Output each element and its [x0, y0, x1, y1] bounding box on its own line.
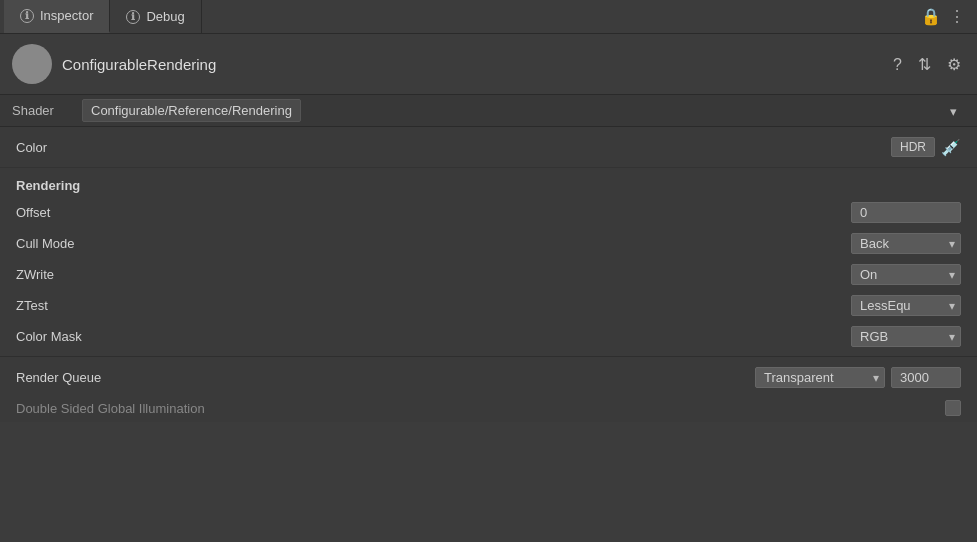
debug-tab-icon: ℹ: [126, 10, 140, 24]
more-icon[interactable]: ⋮: [949, 7, 965, 26]
color-mask-select[interactable]: RGB RGBA R G B A: [851, 326, 961, 347]
ztest-select[interactable]: LessEqu Less Greater Always: [851, 295, 961, 316]
queue-select-wrap: From Shader Geometry AlphaTest Transpare…: [755, 367, 885, 388]
offset-label: Offset: [16, 205, 50, 220]
debug-tab-label: Debug: [146, 9, 184, 24]
double-sided-checkbox[interactable]: [945, 400, 961, 416]
color-mask-label: Color Mask: [16, 329, 82, 344]
shader-row: Shader Configurable/Reference/Rendering: [0, 95, 977, 127]
lock-icon[interactable]: 🔒: [921, 7, 941, 26]
double-sided-row: Double Sided Global Illumination: [0, 394, 977, 422]
shader-select[interactable]: Configurable/Reference/Rendering: [82, 99, 301, 122]
tab-debug[interactable]: ℹ Debug: [110, 0, 201, 33]
color-label: Color: [16, 140, 47, 155]
shader-select-wrap: Configurable/Reference/Rendering: [82, 99, 965, 122]
property-row-zwrite: ZWrite On Off: [0, 259, 977, 290]
hdr-button[interactable]: HDR: [891, 137, 935, 157]
rendering-section-header: Rendering: [0, 168, 977, 197]
queue-number-input[interactable]: [891, 367, 961, 388]
tab-bar: ℹ Inspector ℹ Debug 🔒 ⋮: [0, 0, 977, 34]
ztest-label: ZTest: [16, 298, 48, 313]
render-queue-label: Render Queue: [16, 370, 101, 385]
main-content: Color HDR 💉 Rendering Offset Cull Mode B…: [0, 127, 977, 422]
eyedropper-button[interactable]: 💉: [941, 138, 961, 157]
property-row-offset: Offset: [0, 197, 977, 228]
object-icon: [12, 44, 52, 84]
inspector-tab-label: Inspector: [40, 8, 93, 23]
tab-group: ℹ Inspector ℹ Debug: [4, 0, 202, 33]
offset-input[interactable]: [851, 202, 961, 223]
tab-inspector[interactable]: ℹ Inspector: [4, 0, 110, 33]
render-queue-row: Render Queue From Shader Geometry AlphaT…: [0, 361, 977, 394]
rendering-title: Rendering: [16, 178, 80, 193]
cull-mode-select-wrap: Back Front Off: [851, 233, 961, 254]
shader-label: Shader: [12, 103, 72, 118]
cull-mode-select[interactable]: Back Front Off: [851, 233, 961, 254]
cull-mode-label: Cull Mode: [16, 236, 75, 251]
help-button[interactable]: ?: [889, 53, 906, 75]
property-row-ztest: ZTest LessEqu Less Greater Always: [0, 290, 977, 321]
zwrite-label: ZWrite: [16, 267, 54, 282]
ztest-select-wrap: LessEqu Less Greater Always: [851, 295, 961, 316]
render-queue-controls: From Shader Geometry AlphaTest Transpare…: [755, 367, 961, 388]
object-name: ConfigurableRendering: [62, 56, 216, 73]
header-actions: ? ⇅ ⚙: [889, 53, 965, 76]
adjust-button[interactable]: ⇅: [914, 53, 935, 76]
property-row-cull-mode: Cull Mode Back Front Off: [0, 228, 977, 259]
zwrite-select[interactable]: On Off: [851, 264, 961, 285]
queue-type-select[interactable]: From Shader Geometry AlphaTest Transpare…: [755, 367, 885, 388]
zwrite-select-wrap: On Off: [851, 264, 961, 285]
color-controls: HDR 💉: [891, 137, 961, 157]
settings-button[interactable]: ⚙: [943, 53, 965, 76]
inspector-tab-icon: ℹ: [20, 9, 34, 23]
color-row: Color HDR 💉: [0, 127, 977, 168]
divider: [0, 356, 977, 357]
inspector-header: ConfigurableRendering ? ⇅ ⚙: [0, 34, 977, 95]
color-mask-select-wrap: RGB RGBA R G B A: [851, 326, 961, 347]
tab-bar-actions: 🔒 ⋮: [921, 7, 973, 26]
double-sided-label: Double Sided Global Illumination: [16, 401, 205, 416]
property-row-color-mask: Color Mask RGB RGBA R G B A: [0, 321, 977, 352]
